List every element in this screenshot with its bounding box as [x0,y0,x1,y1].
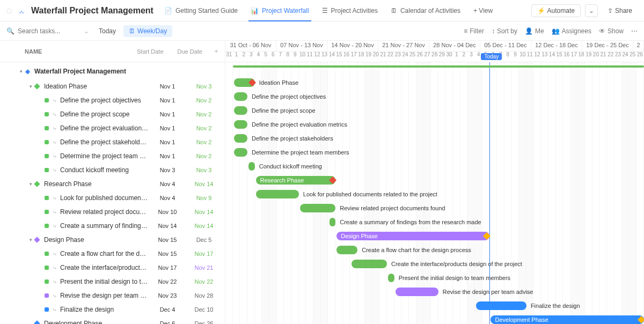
task-name[interactable]: Create the interface/product… [60,264,149,271]
assignees-button[interactable]: 👥 Assignees [552,27,591,35]
due-date[interactable]: Dec 5 [186,237,222,243]
start-date[interactable]: Nov 23 [149,292,186,299]
gantt-bar[interactable] [476,301,526,310]
start-date[interactable]: Nov 14 [149,223,186,229]
task-row[interactable]: ⤷Define the project scopeNov 1Nov 2 [0,107,225,121]
due-date[interactable]: Nov 17 [186,251,222,257]
gantt-bar[interactable] [234,92,247,101]
task-row[interactable]: ⤷Look for published documen…Nov 4Nov 9 [0,191,225,205]
task-name[interactable]: Define the project objectives [60,97,149,104]
task-row[interactable]: ⤷Review related project docu…Nov 10Nov 1… [0,205,225,219]
task-row[interactable]: ⤷Create the interface/product…Nov 17Nov … [0,261,225,275]
start-date[interactable]: Nov 22 [149,278,186,285]
start-date[interactable]: Nov 1 [149,125,186,131]
task-name[interactable]: Define the project stakehold… [60,138,149,146]
show-button[interactable]: 👁 Show [599,27,624,35]
automate-dropdown[interactable]: ⌄ [585,4,598,17]
gantt-bar[interactable] [234,120,247,129]
task-name[interactable]: Revise the design per team a… [60,292,149,299]
start-date[interactable]: Nov 15 [149,237,186,243]
more-icon[interactable]: ⋯ [631,27,638,35]
task-row[interactable]: ⤷Create a summary of finding…Nov 14Nov 1… [0,219,225,233]
task-name[interactable]: Review related project docu… [60,208,149,216]
start-date[interactable]: Nov 10 [149,209,186,215]
task-row[interactable]: ▾◆Waterfall Project Management [0,64,225,78]
due-date[interactable]: Dec 10 [186,306,222,313]
task-name[interactable]: Waterfall Project Management [34,68,149,75]
due-date[interactable]: Nov 21 [186,264,222,271]
weekday-toggle[interactable]: 🗓Week/Day [123,25,172,37]
automate-button[interactable]: ⚡Automate [531,4,581,17]
tab-getting-started[interactable]: 📄Getting Started Guide [164,0,238,21]
task-row[interactable]: ⤷Revise the design per team a…Nov 23Nov … [0,289,225,303]
due-date[interactable]: Nov 2 [186,153,222,159]
task-row[interactable]: ⤷Define the project evaluation…Nov 1Nov … [0,121,225,135]
due-date[interactable]: Nov 14 [186,223,222,229]
task-row[interactable]: ▾Ideation PhaseNov 1Nov 3 [0,79,225,93]
task-name[interactable]: Development Phase [44,320,149,324]
expand-icon[interactable]: ▾ [18,69,24,74]
gantt-bar[interactable] [248,162,255,171]
due-date[interactable]: Nov 3 [186,167,222,173]
task-name[interactable]: Create a summary of finding… [60,222,149,230]
gantt-bar[interactable] [336,246,357,254]
gantt-bar[interactable] [234,134,247,143]
task-name[interactable]: Define the project scope [60,111,149,118]
start-date[interactable]: Nov 15 [149,251,186,257]
start-date[interactable]: Nov 1 [149,139,186,145]
task-row[interactable]: ⤷Create a flow chart for the d…Nov 15Nov… [0,247,225,261]
start-date[interactable]: Nov 1 [149,153,186,159]
start-date[interactable]: Nov 17 [149,264,186,271]
task-row[interactable]: ⤷Define the project objectivesNov 1Nov 2 [0,93,225,107]
search-options-dropdown[interactable]: ⌄ [84,27,89,35]
gantt-bar[interactable] [396,288,438,296]
expand-icon[interactable]: ▾ [28,181,33,187]
today-button[interactable]: Today [99,27,116,35]
task-name[interactable]: Present the initial design to t… [60,278,149,285]
start-date[interactable]: Nov 1 [149,97,186,104]
filter-button[interactable]: ≡ Filter [464,27,484,35]
tab-add-view[interactable]: + View [473,0,493,21]
start-date[interactable]: Nov 4 [149,195,186,201]
task-row[interactable]: ⤷Conduct kickoff meetingNov 3Nov 3 [0,163,225,177]
task-name[interactable]: Define the project evaluation… [60,124,149,132]
task-row[interactable]: Development PhaseDec 6Dec 26 [0,316,225,324]
task-row[interactable]: ▾Design PhaseNov 15Dec 5 [0,233,225,247]
gantt-bar[interactable] [234,106,247,115]
task-name[interactable]: Conduct kickoff meeting [60,166,149,174]
tab-project-waterfall[interactable]: 📊Project Waterfall [251,0,309,21]
due-date[interactable]: Nov 14 [186,209,222,215]
sortby-button[interactable]: ↕ Sort by [492,27,517,35]
task-row[interactable]: ⤷Define the project stakehold…Nov 1Nov 2 [0,135,225,149]
start-date[interactable]: Nov 1 [149,111,186,117]
due-date[interactable]: Nov 2 [186,111,222,117]
expand-icon[interactable]: ▾ [28,237,33,242]
due-date[interactable]: Nov 2 [186,139,222,145]
task-name[interactable]: Look for published documen… [60,194,149,202]
start-date[interactable]: Dec 6 [149,320,186,324]
gantt-bar[interactable] [256,190,299,198]
task-name[interactable]: Create a flow chart for the d… [60,250,149,257]
gantt-bar[interactable] [352,260,387,268]
expand-icon[interactable]: ▾ [28,84,33,89]
app-menu-icon[interactable]: ◌ [6,7,12,14]
share-button[interactable]: ⇪Share [602,5,638,17]
task-row[interactable]: ⤷Finalize the designDec 4Dec 10 [0,303,225,316]
due-date[interactable]: Nov 2 [186,125,222,131]
due-date[interactable]: Nov 9 [186,195,222,201]
task-row[interactable]: ⤷Present the initial design to t…Nov 22N… [0,275,225,289]
task-name[interactable]: Design Phase [44,236,149,244]
due-date[interactable]: Nov 28 [186,292,222,299]
task-name[interactable]: Ideation Phase [44,83,149,90]
tab-calendar[interactable]: 🗓Calendar of Activities [391,0,460,21]
gantt-bar[interactable] [388,274,394,282]
due-date[interactable]: Nov 14 [186,181,222,187]
gantt-bar[interactable] [330,218,336,226]
me-button[interactable]: 👤 Me [525,27,544,35]
due-date[interactable]: Nov 22 [186,278,222,285]
start-date[interactable]: Nov 1 [149,83,186,90]
gantt-bar[interactable] [300,204,335,212]
search-input[interactable] [18,27,71,35]
task-name[interactable]: Finalize the design [60,306,149,313]
gantt-bar[interactable]: Design Phase [336,232,489,240]
